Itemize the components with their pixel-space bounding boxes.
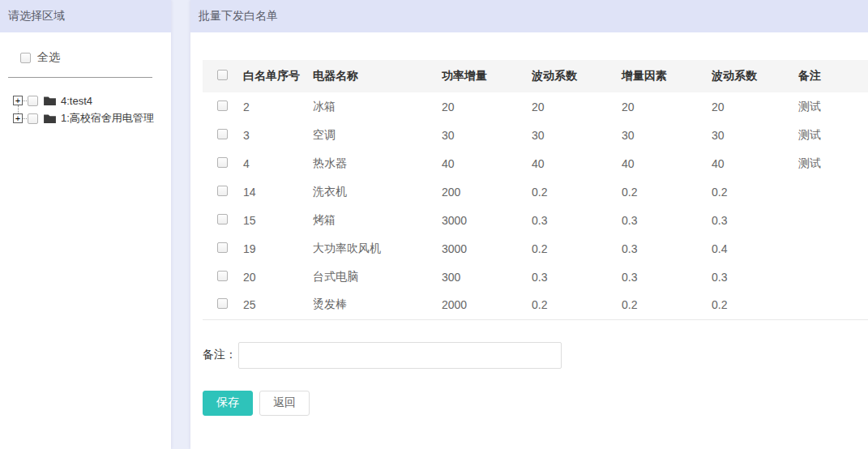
col-header: 电器名称 <box>301 60 430 92</box>
cell-name: 冰箱 <box>301 92 430 121</box>
cell-fluct1: 30 <box>520 121 610 149</box>
cell-seq: 15 <box>232 206 301 234</box>
row-checkbox[interactable] <box>217 100 228 111</box>
action-buttons: 保存 返回 <box>203 391 868 416</box>
cell-fluct2: 0.4 <box>700 234 787 263</box>
cell-seq: 2 <box>232 92 301 121</box>
main-panel: 批量下发白名单 白名单序号 电器名称 功率增量 波动系数 增量因素 波动系数 备… <box>190 0 868 449</box>
cell-remark <box>787 177 868 206</box>
cell-fluct2: 20 <box>700 92 787 121</box>
folder-icon <box>44 96 56 106</box>
save-button[interactable]: 保存 <box>203 391 253 416</box>
row-checkbox[interactable] <box>217 157 228 168</box>
cell-factor: 0.3 <box>610 263 700 291</box>
cell-factor: 40 <box>610 149 700 177</box>
cell-remark <box>787 234 868 263</box>
remark-row: 备注： <box>203 342 868 369</box>
select-all-row: 全选 <box>20 50 171 65</box>
cell-factor: 0.3 <box>610 206 700 234</box>
cell-fluct1: 0.2 <box>520 291 610 319</box>
cell-name: 烫发棒 <box>301 291 430 319</box>
table-row: 3空调30303030测试 <box>203 121 868 149</box>
tree-node-label[interactable]: 1:高校宿舍用电管理 <box>61 111 154 126</box>
cell-fluct1: 20 <box>520 92 610 121</box>
cell-power: 300 <box>430 263 520 291</box>
row-checkbox[interactable] <box>217 271 228 281</box>
tree-connector <box>23 118 27 119</box>
cell-fluct1: 0.2 <box>520 234 610 263</box>
table-row: 25烫发棒20000.20.20.2 <box>203 291 868 319</box>
select-all-checkbox[interactable] <box>20 53 31 63</box>
cell-power: 200 <box>430 177 520 206</box>
cell-fluct2: 0.3 <box>700 206 787 234</box>
cell-fluct1: 0.3 <box>520 206 610 234</box>
cell-remark <box>787 206 868 234</box>
cell-factor: 0.2 <box>610 291 700 319</box>
col-header: 白名单序号 <box>232 60 301 92</box>
cell-factor: 0.3 <box>610 234 700 263</box>
table-row: 4热水器40404040测试 <box>203 149 868 177</box>
cell-name: 热水器 <box>301 149 430 177</box>
cell-name: 洗衣机 <box>301 177 430 206</box>
cell-seq: 14 <box>232 177 301 206</box>
sidebar-divider <box>8 77 152 78</box>
whitelist-table-wrap: 白名单序号 电器名称 功率增量 波动系数 增量因素 波动系数 备注 2冰箱202… <box>203 60 868 320</box>
expand-plus-icon[interactable]: + <box>13 96 23 105</box>
cell-name: 烤箱 <box>301 206 430 234</box>
cell-seq: 19 <box>232 234 301 263</box>
table-row: 2冰箱20202020测试 <box>203 92 868 121</box>
cell-factor: 20 <box>610 92 700 121</box>
cell-power: 3000 <box>430 206 520 234</box>
select-all-rows-checkbox[interactable] <box>217 70 228 80</box>
remark-input[interactable] <box>238 342 562 369</box>
table-row: 14洗衣机2000.20.20.2 <box>203 177 868 206</box>
tree-connector <box>23 100 27 101</box>
row-checkbox[interactable] <box>217 214 228 224</box>
tree-node-label[interactable]: 4:test4 <box>61 95 92 107</box>
panel-gutter <box>171 0 190 449</box>
row-checkbox[interactable] <box>217 242 228 253</box>
tree-node: +1:高校宿舍用电管理 <box>13 109 171 127</box>
cell-factor: 30 <box>610 121 700 149</box>
whitelist-table: 白名单序号 电器名称 功率增量 波动系数 增量因素 波动系数 备注 2冰箱202… <box>203 60 868 320</box>
page-title: 批量下发白名单 <box>190 0 868 32</box>
region-sidebar: 请选择区域 全选 +4:test4+1:高校宿舍用电管理 <box>0 0 171 449</box>
remark-label: 备注： <box>203 348 237 362</box>
cell-seq: 4 <box>232 149 301 177</box>
col-header: 波动系数 <box>700 60 787 92</box>
folder-icon <box>44 113 56 124</box>
back-button[interactable]: 返回 <box>259 391 310 416</box>
cell-factor: 0.2 <box>610 177 700 206</box>
tree-node: +4:test4 <box>13 92 171 109</box>
cell-remark <box>787 291 868 319</box>
row-checkbox[interactable] <box>217 129 228 139</box>
cell-seq: 20 <box>232 263 301 291</box>
col-header: 功率增量 <box>430 60 520 92</box>
cell-fluct2: 0.2 <box>700 291 787 319</box>
table-row: 20台式电脑3000.30.30.3 <box>203 263 868 291</box>
table-row: 15烤箱30000.30.30.3 <box>203 206 868 234</box>
cell-remark <box>787 263 868 291</box>
col-header: 波动系数 <box>520 60 610 92</box>
row-checkbox[interactable] <box>217 186 228 196</box>
cell-fluct1: 40 <box>520 149 610 177</box>
region-tree: +4:test4+1:高校宿舍用电管理 <box>13 92 171 127</box>
cell-power: 2000 <box>430 291 520 319</box>
row-checkbox[interactable] <box>217 298 228 309</box>
cell-fluct2: 40 <box>700 149 787 177</box>
cell-remark: 测试 <box>787 149 868 177</box>
tree-node-checkbox[interactable] <box>28 113 38 124</box>
cell-power: 20 <box>430 92 520 121</box>
cell-fluct1: 0.3 <box>520 263 610 291</box>
tree-node-checkbox[interactable] <box>28 96 38 106</box>
expand-plus-icon[interactable]: + <box>13 113 23 123</box>
col-header: 增量因素 <box>610 60 700 92</box>
cell-fluct1: 0.2 <box>520 177 610 206</box>
cell-seq: 25 <box>232 291 301 319</box>
cell-name: 大功率吹风机 <box>301 234 430 263</box>
cell-remark: 测试 <box>787 92 868 121</box>
cell-fluct2: 30 <box>700 121 787 149</box>
select-all-label: 全选 <box>37 50 60 65</box>
cell-remark: 测试 <box>787 121 868 149</box>
table-row: 19大功率吹风机30000.20.30.4 <box>203 234 868 263</box>
